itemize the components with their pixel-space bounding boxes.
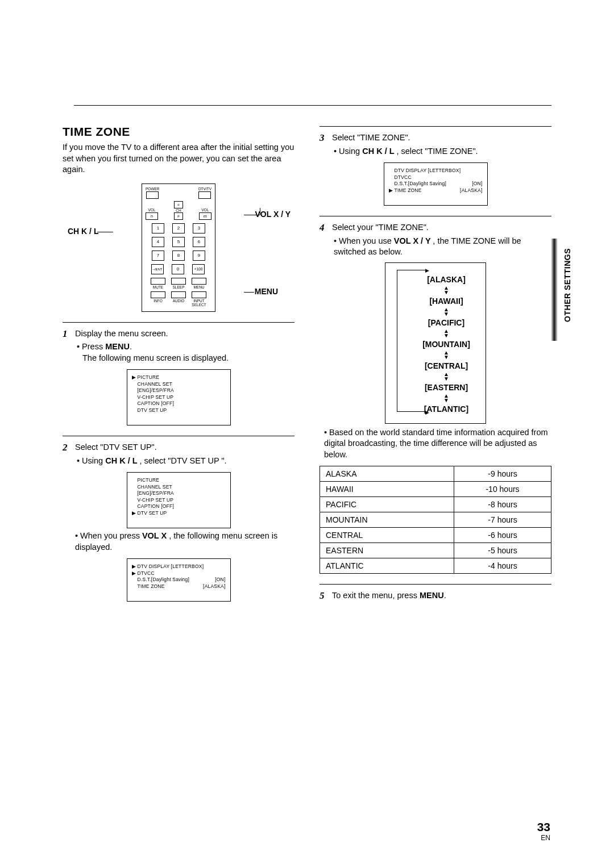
step-text: Select "TIME ZONE". (332, 133, 410, 142)
remote-btn-dtv (198, 191, 211, 199)
intro-text: If you move the TV to a different area a… (63, 142, 294, 176)
osd-menu-3: ▶DTV DISPLAY [LETTERBOX]▶DTVCCD.S.T.[Day… (127, 558, 231, 602)
page: OTHER SETTINGS TIME ZONE If you move the… (0, 0, 614, 868)
remote-label: VOL (148, 208, 155, 212)
step-2: 2 Select "DTV SET UP". • Using CH K / L … (63, 442, 294, 466)
page-footer: 33 EN (537, 820, 550, 842)
zone-cell: CENTRAL (320, 528, 454, 543)
zone-cell: EASTERN (320, 543, 454, 558)
offset-cell: -6 hours (454, 528, 551, 543)
text: . (444, 591, 446, 600)
table-row: CENTRAL-6 hours (320, 528, 551, 543)
step-1: 1 Display the menu screen. • Press MENU.… (63, 328, 294, 364)
step-text: Display the menu screen. (75, 329, 168, 338)
step-3: 3 Select "TIME ZONE". • Using CH K / L ,… (320, 132, 551, 157)
step-number: 5 (320, 590, 327, 602)
text: . (130, 342, 132, 351)
zone-cell: ATLANTIC (320, 558, 454, 574)
zone-cell: HAWAII (320, 482, 454, 497)
offset-table: ALASKA-9 hoursHAWAII-10 hoursPACIFIC-8 h… (320, 466, 551, 574)
right-column: 3 Select "TIME ZONE". • Using CH K / L ,… (320, 102, 551, 604)
osd-menu-4: DTV DISPLAY [LETTERBOX]DTVCCD.S.T.[Dayli… (384, 162, 488, 206)
remote-label: POWER (146, 187, 160, 191)
note-text: • Based on the world standard time infor… (324, 427, 551, 461)
table-row: EASTERN-5 hours (320, 543, 551, 558)
offset-cell: -7 hours (454, 512, 551, 528)
offset-cell: -5 hours (454, 543, 551, 558)
tz-flow-item: [MOUNTAIN] (412, 340, 481, 349)
tz-flow-item: [HAWAII] (412, 297, 481, 306)
remote-btn-info (151, 291, 165, 298)
remote-btn-100: +100 (192, 264, 205, 274)
remote-btn-7: 7 (152, 251, 164, 261)
remote-btn-ent: –/ENT (151, 264, 164, 274)
remote-illustration: VOL X / Y CH K / L MENU POWER DTV/TV VOL… (113, 183, 244, 312)
tz-flow-item: [ATLANTIC] (412, 404, 481, 414)
page-number: 33 (537, 820, 550, 834)
step-number: 2 (63, 442, 70, 466)
updown-icon: ▲ ▼ (412, 329, 481, 338)
remote-btn-menu (192, 278, 206, 285)
remote-btn-8: 8 (172, 251, 185, 261)
zone-cell: ALASKA (320, 466, 454, 482)
remote-label: VOL (201, 208, 209, 212)
remote-btn-1: 1 (152, 223, 164, 233)
remote-label: DTV/TV (198, 187, 211, 191)
osd-menu-1: ▶PICTURECHANNEL SET[ENG]/ESP/FRAV-CHIP S… (127, 369, 231, 425)
updown-icon: ▲ ▼ (412, 307, 481, 316)
text: • Press (77, 342, 105, 351)
remote-btn-mute (151, 278, 165, 285)
text-bold: CH K / L (105, 456, 139, 465)
text: , select "TIME ZONE". (396, 147, 478, 156)
osd-menu-2: PICTURECHANNEL SET[ENG]/ESP/FRAV-CHIP SE… (127, 472, 231, 528)
text: To exit the menu, press (332, 591, 420, 600)
text: • When you press (75, 531, 142, 540)
offset-cell: -10 hours (454, 482, 551, 497)
remote-btn-ch-up: o (174, 201, 183, 208)
tz-flow-item: [ALASKA] (412, 275, 481, 284)
top-rule (74, 105, 551, 106)
remote-btn-3: 3 (193, 223, 205, 233)
section-title: TIME ZONE (63, 125, 294, 139)
offset-cell: -4 hours (454, 558, 551, 574)
step-5: 5 To exit the menu, press MENU. (320, 590, 551, 602)
text: • Using (77, 456, 105, 465)
tz-flow-item: [EASTERN] (412, 383, 481, 392)
remote-btn-ch-down: p (174, 212, 183, 220)
remote-btn-6: 6 (193, 237, 205, 247)
remote-btn-vol-down: n (146, 212, 158, 220)
step-text: Select "DTV SET UP". (75, 443, 157, 452)
text-bold: CH K / L (362, 147, 396, 156)
leader-line (97, 232, 113, 232)
table-row: PACIFIC-8 hours (320, 497, 551, 512)
step-number: 4 (320, 222, 327, 258)
step-text: Select your "TIME ZONE". (332, 223, 429, 232)
page-lang: EN (537, 834, 550, 842)
text: • When you use (334, 236, 394, 245)
text: • Using (334, 147, 362, 156)
text-bold: MENU (420, 591, 444, 600)
text-bold: VOL X (142, 531, 169, 540)
step-4: 4 Select your "TIME ZONE". • When you us… (320, 222, 551, 258)
remote-btn-sleep (171, 278, 186, 285)
text: The following menu screen is displayed. (82, 353, 229, 364)
tz-flow-item: [PACIFIC] (412, 318, 481, 327)
offset-cell: -9 hours (454, 466, 551, 482)
remote-btn-audio (171, 291, 186, 298)
table-row: HAWAII-10 hours (320, 482, 551, 497)
updown-icon: ▲ ▼ (412, 286, 481, 295)
offset-cell: -8 hours (454, 497, 551, 512)
leader-line (244, 292, 254, 293)
arrow-icon: ▶ (425, 268, 429, 273)
left-column: TIME ZONE If you move the TV to a differ… (63, 102, 294, 604)
remote-btn-power (146, 191, 159, 199)
text: , select "DTV SET UP ". (139, 456, 226, 465)
remote-btn-5: 5 (172, 237, 185, 247)
remote-btn-input (192, 291, 206, 298)
remote-label: CH (176, 208, 181, 212)
table-row: MOUNTAIN-7 hours (320, 512, 551, 528)
updown-icon: ▲ ▼ (412, 372, 481, 381)
table-row: ALASKA-9 hours (320, 466, 551, 482)
section-tab: OTHER SETTINGS (563, 248, 572, 322)
remote-btn-4: 4 (152, 237, 164, 247)
